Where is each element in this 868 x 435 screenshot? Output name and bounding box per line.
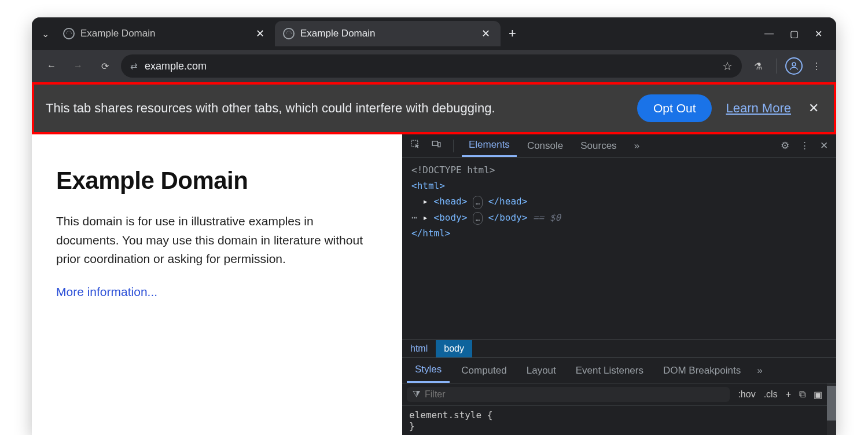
- filter-field[interactable]: [425, 389, 724, 400]
- hov-toggle[interactable]: :hov: [738, 389, 755, 400]
- dom-html-close: </html>: [411, 228, 450, 239]
- dom-body[interactable]: <body>: [434, 212, 468, 223]
- cls-toggle[interactable]: .cls: [764, 389, 778, 400]
- svg-rect-3: [438, 142, 440, 147]
- address-bar[interactable]: ⇄ example.com ☆: [121, 54, 742, 78]
- browser-window: ⌄ Example Domain ✕ Example Domain ✕ + — …: [32, 17, 836, 435]
- subtabs-overflow[interactable]: »: [752, 365, 767, 376]
- style-rule-line: }: [409, 421, 820, 432]
- selected-indicator: == $0: [527, 212, 561, 223]
- page-heading: Example Domain: [56, 167, 378, 195]
- tab-close-button[interactable]: ✕: [253, 25, 267, 42]
- tab-active[interactable]: Example Domain ✕: [275, 21, 501, 46]
- subtab-event-listeners[interactable]: Event Listeners: [568, 359, 652, 382]
- flask-icon: ⚗: [754, 61, 762, 72]
- learn-more-link[interactable]: Learn More: [726, 101, 791, 116]
- settings-button[interactable]: ⚙: [777, 137, 793, 154]
- profile-button[interactable]: [785, 57, 803, 75]
- crumb-html[interactable]: html: [402, 340, 436, 357]
- kebab-icon: ⋮: [812, 61, 821, 72]
- more-information-link[interactable]: More information...: [56, 285, 157, 298]
- tab-close-button[interactable]: ✕: [479, 25, 492, 42]
- rendered-page: Example Domain This domain is for use in…: [32, 134, 402, 435]
- toggle-common-rendering-button[interactable]: ⧉: [799, 389, 806, 400]
- window-controls: — ▢ ✕: [764, 28, 836, 39]
- infobar-close-button[interactable]: ✕: [805, 101, 822, 116]
- filter-icon: ⧩: [413, 389, 420, 400]
- computed-styles-sidebar-button[interactable]: ▣: [814, 389, 822, 400]
- dom-head[interactable]: <head>: [434, 196, 468, 207]
- new-style-rule-button[interactable]: +: [786, 389, 791, 400]
- subtab-styles[interactable]: Styles: [407, 358, 450, 383]
- style-rule-line: element.style {: [409, 410, 820, 421]
- tab-strip: ⌄ Example Domain ✕ Example Domain ✕ + — …: [32, 17, 836, 50]
- debugging-infobar: This tab shares resources with other tab…: [34, 85, 834, 132]
- page-paragraph: This domain is for use in illustrative e…: [56, 212, 378, 269]
- infobar-message: This tab shares resources with other tab…: [46, 101, 623, 116]
- dom-breadcrumb: html body: [402, 339, 836, 357]
- devtools-menu-button[interactable]: ⋮: [796, 137, 813, 154]
- devtools-tab-sources[interactable]: Sources: [573, 136, 623, 156]
- minimize-button[interactable]: —: [764, 28, 774, 39]
- new-tab-button[interactable]: +: [501, 26, 524, 41]
- user-icon: [789, 61, 799, 71]
- device-toolbar-icon[interactable]: [428, 137, 445, 155]
- devtools-tab-elements[interactable]: Elements: [462, 134, 517, 157]
- close-icon: ✕: [820, 140, 828, 151]
- tab-title: Example Domain: [80, 28, 248, 39]
- styles-filter-input[interactable]: ⧩: [407, 387, 730, 402]
- devtools-scrollbar[interactable]: [827, 383, 836, 435]
- dom-tree[interactable]: <!DOCTYPE html> <html> ▸ <head> … </head…: [402, 158, 836, 339]
- devtools-toolbar: Elements Console Sources » ⚙ ⋮ ✕: [402, 134, 836, 158]
- svg-rect-2: [432, 141, 437, 146]
- ellipsis-icon[interactable]: …: [473, 212, 483, 225]
- opt-out-button[interactable]: Opt Out: [637, 94, 712, 122]
- dom-doctype: <!DOCTYPE html>: [411, 165, 495, 176]
- kebab-icon: ⋮: [800, 140, 810, 151]
- styles-tabbar: Styles Computed Layout Event Listeners D…: [402, 357, 836, 383]
- subtab-layout[interactable]: Layout: [518, 359, 564, 382]
- devtools-panel: Elements Console Sources » ⚙ ⋮ ✕ <!DOCTY…: [402, 134, 836, 435]
- back-button[interactable]: ←: [41, 56, 62, 76]
- styles-filter-row: ⧩ :hov .cls + ⧉ ▣: [402, 383, 827, 406]
- site-settings-icon[interactable]: ⇄: [130, 61, 138, 71]
- globe-icon: [63, 28, 75, 39]
- chevron-down-icon: ⌄: [42, 28, 49, 39]
- arrow-left-icon: ←: [47, 61, 56, 71]
- tabs-dropdown-button[interactable]: ⌄: [35, 24, 55, 43]
- maximize-button[interactable]: ▢: [790, 28, 799, 39]
- ellipsis-icon[interactable]: …: [473, 196, 483, 209]
- divider: [777, 59, 777, 74]
- infobar-highlight: This tab shares resources with other tab…: [32, 82, 836, 134]
- dom-html-open[interactable]: <html>: [411, 180, 445, 191]
- menu-button[interactable]: ⋮: [806, 56, 827, 76]
- scroll-thumb[interactable]: [827, 386, 836, 421]
- toolbar: ← → ⟳ ⇄ example.com ☆ ⚗ ⋮: [32, 50, 836, 82]
- reload-icon: ⟳: [101, 61, 109, 72]
- url-text[interactable]: example.com: [145, 60, 715, 72]
- inspect-element-icon[interactable]: [407, 137, 424, 155]
- devtools-tab-console[interactable]: Console: [520, 136, 570, 156]
- experiments-button[interactable]: ⚗: [748, 56, 768, 76]
- styles-body[interactable]: element.style { }: [402, 406, 827, 435]
- arrow-right-icon: →: [73, 61, 83, 71]
- window-close-button[interactable]: ✕: [815, 28, 822, 39]
- bookmark-star-icon[interactable]: ☆: [722, 59, 733, 73]
- forward-button[interactable]: →: [68, 56, 89, 76]
- tab-title: Example Domain: [300, 28, 473, 39]
- subtab-dom-breakpoints[interactable]: DOM Breakpoints: [655, 359, 749, 382]
- svg-point-0: [792, 63, 796, 66]
- gear-icon: ⚙: [781, 140, 789, 151]
- devtools-tabs-overflow[interactable]: »: [627, 136, 646, 156]
- subtab-computed[interactable]: Computed: [453, 359, 514, 382]
- globe-icon: [283, 28, 295, 39]
- devtools-close-button[interactable]: ✕: [816, 137, 832, 154]
- crumb-body[interactable]: body: [436, 340, 472, 357]
- tab-inactive[interactable]: Example Domain ✕: [55, 21, 275, 46]
- content-area: Example Domain This domain is for use in…: [32, 134, 836, 435]
- reload-button[interactable]: ⟳: [94, 56, 115, 76]
